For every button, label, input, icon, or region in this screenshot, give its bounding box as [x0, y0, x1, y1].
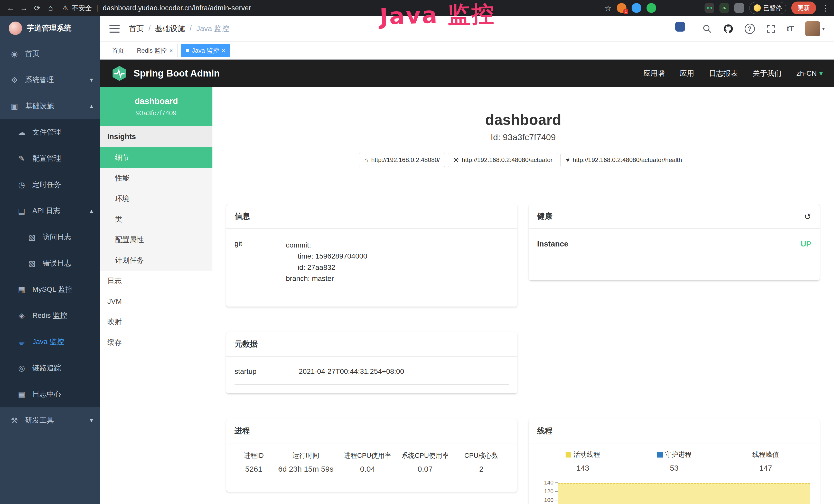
sba-item-mappings[interactable]: 映射 — [100, 312, 213, 332]
sba-nav-applications[interactable]: 应用 — [680, 69, 694, 78]
history-icon[interactable]: ↺ — [804, 211, 812, 222]
service-url-chip[interactable]: ⌂ http://192.168.0.2:48080/ — [359, 153, 445, 167]
sidebar-item-system[interactable]: ⚙ 系统管理 ▾ — [0, 67, 100, 93]
tab-label: 首页 — [112, 46, 124, 55]
database-icon: ▦ — [17, 285, 27, 294]
legend-live-threads[interactable]: 活动线程 143 — [537, 450, 629, 473]
breadcrumb-infrastructure[interactable]: 基础设施 — [155, 24, 185, 34]
git-branch-line: branch: master — [286, 274, 334, 282]
threads-card-body: 活动线程 143 守护进程 53 线程峰值 — [529, 443, 820, 504]
extension-drop-icon[interactable] — [632, 3, 641, 13]
url-text[interactable]: dashboard.yudao.iocoder.cn/infra/admin-s… — [103, 4, 251, 12]
sba-item-scheduled-tasks[interactable]: 计划任务 — [100, 250, 213, 271]
sba-item-classes[interactable]: 类 — [100, 209, 213, 230]
sba-nav-journal[interactable]: 日志报表 — [709, 69, 738, 78]
paused-badge[interactable]: 已暂停 — [749, 2, 786, 14]
process-card: 进程 进程ID 5261 运行时间 6d 23h 15m 59s 进程CPU使用… — [226, 419, 517, 492]
sidebar-item-label: 定时任务 — [32, 180, 61, 189]
sidebar-item-config-management[interactable]: ✎ 配置管理 — [0, 145, 100, 171]
extension-onetab-icon[interactable]: on — [705, 3, 714, 13]
extension-grid-icon[interactable] — [675, 22, 685, 31]
tab-java-monitor[interactable]: Java 监控 × — [181, 44, 230, 57]
sidebar-item-scheduled-jobs[interactable]: ◷ 定时任务 — [0, 171, 100, 198]
tab-home[interactable]: 首页 — [107, 44, 129, 57]
info-row-value: commit: time: 1596289704000 id: 27aa832 … — [286, 239, 367, 284]
sba-item-caches[interactable]: 缓存 — [100, 332, 213, 353]
sidebar-item-tracing[interactable]: ◎ 链路追踪 — [0, 355, 100, 381]
close-tab-icon[interactable]: × — [169, 47, 173, 54]
reload-icon[interactable]: ⟳ — [31, 2, 43, 14]
sidebar-item-error-logs[interactable]: ▧ 错误日志 — [0, 250, 100, 276]
app-title: 芋道管理系统 — [27, 23, 71, 33]
home-icon[interactable]: ⌂ — [45, 2, 57, 14]
sba-item-environment[interactable]: 环境 — [100, 188, 213, 209]
sidebar-item-mysql-monitor[interactable]: ▦ MySQL 监控 — [0, 276, 100, 302]
sidebar-item-dev-tools[interactable]: ⚒ 研发工具 ▾ — [0, 407, 100, 433]
card-title: 元数据 — [235, 339, 258, 349]
extension-leaf-icon[interactable]: ❧ — [720, 3, 729, 13]
browser-menu-icon[interactable]: ⋮ — [822, 4, 829, 13]
sba-item-logs[interactable]: 日志 — [100, 271, 213, 291]
legend-daemon-threads[interactable]: 守护进程 53 — [629, 450, 720, 473]
sba-item-jvm[interactable]: JVM — [100, 291, 213, 312]
sba-content: dashboard Id: 93a3fc7f7409 ⌂ http://192.… — [213, 87, 834, 504]
sba-item-config-props[interactable]: 配置属性 — [100, 230, 213, 250]
tab-label: Redis 监控 — [137, 46, 167, 55]
extension-green-icon[interactable] — [646, 3, 656, 13]
sidebar-item-access-logs[interactable]: ▧ 访问日志 — [0, 224, 100, 250]
gear-icon: ⚙ — [9, 75, 20, 85]
locale-selector[interactable]: zh-CN ▾ — [796, 69, 823, 77]
chevron-down-icon: ▾ — [90, 76, 93, 84]
health-card-header: 健康 ↺ — [529, 204, 820, 229]
info-card-title: 信息 — [226, 204, 517, 229]
sidebar-item-label: Java 监控 — [32, 337, 64, 347]
extension-fox-icon[interactable]: 1 — [617, 3, 627, 13]
sidebar-item-infrastructure[interactable]: ▣ 基础设施 ▴ — [0, 93, 100, 119]
sidebar-item-redis-monitor[interactable]: ◈ Redis 监控 — [0, 302, 100, 329]
sidebar-item-label: MySQL 监控 — [32, 284, 72, 294]
info-card: 信息 git commit: time: 1596289704000 id: 2… — [226, 204, 517, 306]
back-icon[interactable]: ← — [5, 2, 17, 14]
tab-redis-monitor[interactable]: Redis 监控 × — [132, 44, 178, 57]
sba-brand[interactable]: Spring Boot Admin — [111, 66, 220, 82]
trace-icon: ◎ — [17, 364, 27, 372]
chart-plot-area — [557, 481, 811, 504]
sba-item-details[interactable]: 细节 — [100, 147, 213, 168]
address-bar[interactable]: ⚠ 不安全 | dashboard.yudao.iocoder.cn/infra… — [62, 4, 251, 13]
sidebar-item-label: 链路追踪 — [32, 363, 61, 373]
sba-nav-wallboard[interactable]: 应用墙 — [643, 69, 665, 78]
sidebar-item-label: 首页 — [25, 49, 40, 59]
active-dot — [186, 49, 189, 52]
sidebar-item-log-center[interactable]: ▤ 日志中心 — [0, 381, 100, 407]
process-card-body: 进程ID 5261 运行时间 6d 23h 15m 59s 进程CPU使用率 0… — [226, 443, 517, 491]
sidebar-item-file-management[interactable]: ☁ 文件管理 — [0, 119, 100, 145]
admin-menu: ◉ 首页 ⚙ 系统管理 ▾ ▣ 基础设施 ▴ ☁ 文件管理 ✎ 配置管理 ◷ 定… — [0, 41, 100, 433]
metadata-card: 元数据 startup 2021-04-27T00:44:31.254+08:0… — [226, 332, 517, 393]
update-button[interactable]: 更新 — [791, 2, 816, 15]
legend-value: 147 — [759, 464, 772, 473]
sba-item-metrics[interactable]: 性能 — [100, 168, 213, 188]
process-col-pid: 进程ID 5261 — [235, 451, 273, 474]
instance-id: 93a3fc7f7409 — [136, 109, 177, 117]
extensions-puzzle-icon[interactable] — [734, 3, 744, 13]
close-tab-icon[interactable]: × — [221, 47, 225, 54]
metadata-row-label: startup — [235, 367, 299, 375]
health-url-chip[interactable]: ♥ http://192.168.0.2:48080/actuator/heal… — [561, 153, 687, 167]
sidebar-item-java-monitor[interactable]: ☕ Java 监控 — [0, 329, 100, 355]
sidebar-item-api-logs[interactable]: ▤ API 日志 ▴ — [0, 198, 100, 224]
legend-label: 线程峰值 — [752, 450, 779, 459]
forward-icon[interactable]: → — [18, 2, 30, 14]
hamburger-icon[interactable] — [109, 25, 120, 32]
sba-nav-about[interactable]: 关于我们 — [753, 69, 782, 78]
breadcrumb-home[interactable]: 首页 — [129, 24, 144, 34]
info-row-label: git — [235, 239, 286, 284]
process-col-process-cpu: 进程CPU使用率 0.04 — [339, 451, 396, 474]
bookmark-star-icon[interactable]: ☆ — [605, 4, 612, 13]
actuator-url-chip[interactable]: ⚒ http://192.168.0.2:48080/actuator — [448, 153, 558, 167]
metadata-card-body: startup 2021-04-27T00:44:31.254+08:00 — [226, 357, 517, 393]
log-icon: ▤ — [17, 206, 27, 215]
dashboard-icon: ◉ — [9, 49, 20, 58]
tools-icon: ⚒ — [9, 416, 20, 425]
actuator-url: http://192.168.0.2:48080/actuator — [462, 156, 553, 164]
sidebar-item-home[interactable]: ◉ 首页 — [0, 41, 100, 67]
